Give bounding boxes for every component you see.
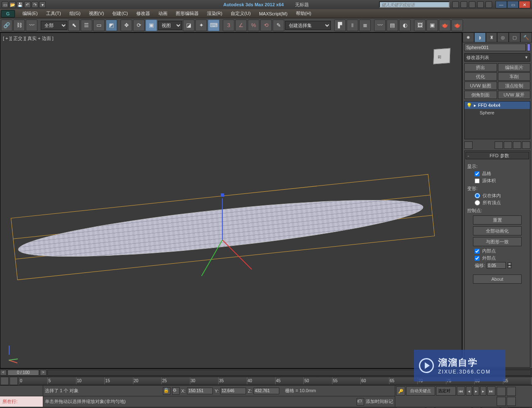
conform-shape-button[interactable]: 与图形一致 bbox=[473, 237, 522, 246]
qat-undo-icon[interactable]: ↶ bbox=[24, 1, 31, 8]
menu-tools[interactable]: 工具(T) bbox=[42, 10, 65, 17]
wrench-icon[interactable] bbox=[461, 1, 467, 8]
checkbox-outside-points[interactable]: 外部点 bbox=[475, 255, 527, 261]
mirror-icon[interactable]: ▛ bbox=[334, 20, 346, 31]
favorite-icon[interactable] bbox=[477, 1, 484, 8]
motion-tab-icon[interactable]: ◎ bbox=[497, 32, 509, 42]
menu-customize[interactable]: 自定义(U) bbox=[227, 10, 255, 17]
help-icon[interactable] bbox=[485, 1, 492, 8]
snap-toggle-3-icon[interactable]: 3 bbox=[223, 20, 234, 31]
goto-start-icon[interactable]: ⏮ bbox=[457, 386, 465, 396]
close-button[interactable]: ✕ bbox=[519, 1, 530, 8]
mod-btn-lathe[interactable]: 车削 bbox=[498, 72, 531, 81]
dashboard-icon[interactable] bbox=[452, 1, 459, 8]
center-pivot-icon[interactable]: ◪ bbox=[183, 20, 195, 31]
configure-sets-icon[interactable] bbox=[522, 141, 530, 149]
render-setup-icon[interactable]: 🖼 bbox=[414, 20, 426, 31]
manipulate-icon[interactable]: ✦ bbox=[195, 20, 207, 31]
display-tab-icon[interactable]: ▢ bbox=[509, 32, 520, 42]
angle-snap-icon[interactable]: ∠ bbox=[235, 20, 247, 31]
checkbox-source-volume[interactable]: 源体积 bbox=[475, 178, 527, 184]
keyboard-shortcut-icon[interactable]: ⌨ bbox=[208, 20, 219, 31]
mod-btn-uvwmap[interactable]: UVW 贴图 bbox=[464, 82, 497, 90]
menu-group[interactable]: 组(G) bbox=[65, 10, 85, 17]
viewcube[interactable]: 前 bbox=[430, 45, 453, 69]
layers-icon[interactable]: ≣ bbox=[359, 20, 371, 31]
qat-open-icon[interactable]: 📂 bbox=[9, 1, 16, 8]
maximize-button[interactable]: ▭ bbox=[507, 1, 519, 8]
qat-save-icon[interactable]: 💾 bbox=[17, 1, 23, 8]
render-icon[interactable]: 🫖 bbox=[451, 20, 463, 31]
scale-icon[interactable]: ▣ bbox=[145, 20, 157, 31]
select-name-icon[interactable]: ☰ bbox=[81, 20, 92, 31]
exchange-icon[interactable] bbox=[469, 1, 475, 8]
transform-gizmo[interactable] bbox=[219, 193, 252, 243]
stack-item-ffd[interactable]: 💡 ▸ FFD 4x4x4 bbox=[465, 101, 530, 109]
qat-new-icon[interactable]: ▭ bbox=[2, 1, 8, 8]
time-slider-handle[interactable]: 0 / 100 bbox=[7, 370, 39, 376]
trackbar-key-icon[interactable] bbox=[10, 377, 18, 385]
modify-tab-icon[interactable]: ◗ bbox=[474, 32, 486, 42]
play-icon[interactable]: ▸ bbox=[473, 386, 479, 396]
ref-coord-combo[interactable]: 视图 bbox=[158, 21, 182, 30]
rollout-header-ffd[interactable]: -FFD 参数 bbox=[466, 152, 529, 159]
radio-all-vertices[interactable]: 所有顶点 bbox=[475, 200, 527, 206]
curve-editor-icon[interactable]: 〰 bbox=[374, 20, 386, 31]
lightbulb-icon[interactable]: 💡 bbox=[466, 103, 472, 108]
coord-y-input[interactable] bbox=[220, 388, 246, 394]
isolate-icon[interactable]: ⯐ bbox=[172, 387, 180, 395]
object-color-swatch[interactable] bbox=[527, 44, 530, 51]
menu-modifiers[interactable]: 修改器 bbox=[132, 10, 154, 17]
mod-btn-extrude[interactable]: 挤出 bbox=[464, 63, 497, 72]
viewport[interactable]: [ + ][ 正交 ][ 真实 + 边面 ] 前 bbox=[0, 32, 462, 368]
mod-btn-editpatch[interactable]: 编辑面片 bbox=[498, 63, 531, 72]
menu-help[interactable]: 帮助(H) bbox=[292, 10, 315, 17]
reset-button[interactable]: 重置 bbox=[473, 215, 522, 225]
checkbox-lattice[interactable]: 晶格 bbox=[475, 171, 527, 177]
unlink-icon[interactable]: ⛓ bbox=[13, 20, 25, 31]
rotate-icon[interactable]: ⟳ bbox=[133, 20, 145, 31]
goto-end-icon[interactable]: ⏭ bbox=[487, 386, 495, 396]
zoom-extents-icon[interactable] bbox=[497, 397, 506, 406]
spinner-snap-icon[interactable]: ⟲ bbox=[260, 20, 272, 31]
window-crossing-icon[interactable]: ◩ bbox=[106, 20, 117, 31]
coord-x-input[interactable] bbox=[187, 388, 213, 394]
menu-views[interactable]: 视图(V) bbox=[85, 10, 108, 17]
mod-btn-unwrapuvw[interactable]: UVW 展开 bbox=[498, 91, 531, 99]
edit-named-sel-icon[interactable]: ✎ bbox=[273, 20, 284, 31]
pin-stack-icon[interactable] bbox=[464, 141, 473, 149]
named-selection-combo[interactable]: 创建选择集 bbox=[285, 21, 331, 30]
help-search-input[interactable] bbox=[379, 1, 450, 8]
add-time-tag-label[interactable]: 添加时间标记 bbox=[366, 398, 393, 405]
percent-snap-icon[interactable]: % bbox=[248, 20, 259, 31]
create-tab-icon[interactable]: ✹ bbox=[463, 32, 474, 42]
coord-z-input[interactable] bbox=[254, 388, 279, 394]
mod-btn-vertexpaint[interactable]: 顶点绘制 bbox=[498, 82, 531, 90]
render-prod-icon[interactable]: 🫖 bbox=[439, 20, 451, 31]
modifier-stack[interactable]: 💡 ▸ FFD 4x4x4 Sphere bbox=[464, 101, 530, 139]
qat-more-icon[interactable]: ▾ bbox=[39, 1, 46, 8]
stack-item-sphere[interactable]: Sphere bbox=[465, 109, 530, 116]
select-region-rect-icon[interactable]: ▭ bbox=[93, 20, 105, 31]
utilities-tab-icon[interactable]: 🔨 bbox=[520, 32, 532, 42]
about-button[interactable]: About bbox=[473, 274, 522, 284]
minimize-button[interactable]: — bbox=[495, 1, 507, 8]
move-icon[interactable]: ✥ bbox=[121, 20, 132, 31]
select-object-icon[interactable]: ⬉ bbox=[68, 20, 80, 31]
key-mode-combo[interactable] bbox=[436, 386, 456, 396]
mini-listener-prompt[interactable]: 所在行: bbox=[0, 396, 43, 407]
zoom-icon[interactable] bbox=[497, 387, 506, 396]
object-name-input[interactable] bbox=[464, 44, 526, 51]
mod-btn-optimize[interactable]: 优化 bbox=[464, 72, 497, 81]
hierarchy-tab-icon[interactable]: ♜ bbox=[486, 32, 498, 42]
auto-key-button[interactable]: 自动关键点 bbox=[406, 386, 435, 396]
app-menu-button[interactable]: G bbox=[1, 10, 15, 17]
key-lock-icon[interactable]: 🔑 bbox=[396, 386, 405, 396]
maxscript-mini-listener[interactable] bbox=[0, 386, 43, 396]
next-frame-icon[interactable]: ▸ bbox=[480, 386, 486, 396]
menu-rendering[interactable]: 渲染(R) bbox=[203, 10, 227, 17]
radio-only-in-volume[interactable]: 仅在体内 bbox=[475, 193, 527, 199]
remove-modifier-icon[interactable] bbox=[513, 141, 521, 149]
menu-create[interactable]: 创建(C) bbox=[108, 10, 132, 17]
expand-plus-icon[interactable]: ▸ bbox=[474, 103, 476, 108]
